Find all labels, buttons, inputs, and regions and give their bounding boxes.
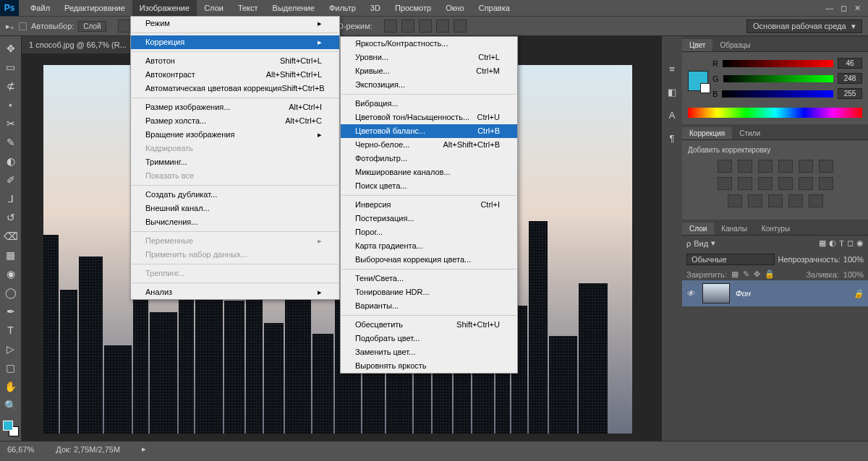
adjustment-icon[interactable] [819, 160, 833, 173]
menu-окно[interactable]: Окно [438, 0, 472, 16]
align-icon[interactable] [118, 20, 131, 33]
adjustment-icon[interactable] [728, 194, 742, 207]
tab-styles[interactable]: Стили [732, 127, 767, 139]
maximize-icon[interactable]: ◻ [841, 4, 847, 13]
zoom-value[interactable]: 66,67% [7, 445, 34, 454]
tab-color[interactable]: Цвет [682, 39, 712, 51]
tab-paths[interactable]: Контуры [754, 223, 797, 235]
history-tool-icon[interactable]: ↺ [3, 210, 19, 225]
menu-текст[interactable]: Текст [231, 0, 265, 16]
b-value[interactable]: 255 [838, 88, 862, 99]
menu-item[interactable]: Тени/Света... [341, 272, 517, 285]
menu-item[interactable]: Размер холста...Alt+Ctrl+C [131, 114, 339, 128]
menu-item[interactable]: Карта градиента... [341, 239, 517, 253]
menu-item[interactable]: АвтоконтрастAlt+Shift+Ctrl+L [131, 68, 339, 82]
dodge-tool-icon[interactable]: ◯ [3, 285, 19, 301]
menu-изображение[interactable]: Изображение [132, 0, 197, 16]
lock-icon[interactable]: ▦ [731, 270, 739, 279]
menu-item[interactable]: АвтотонShift+Ctrl+L [131, 54, 339, 68]
blur-tool-icon[interactable]: ◉ [3, 266, 19, 282]
menu-редактирование[interactable]: Редактирование [57, 0, 132, 16]
adjustment-icon[interactable] [778, 177, 793, 190]
menu-item[interactable]: Цветовой тон/Насыщенность...Ctrl+U [341, 111, 517, 124]
adjustment-icon[interactable] [738, 177, 752, 190]
b-slider[interactable] [722, 90, 833, 98]
3d-icon[interactable] [384, 20, 397, 33]
shape-tool-icon[interactable]: ▢ [3, 360, 19, 376]
menu-item[interactable]: Тонирование HDR... [341, 285, 517, 299]
character-icon[interactable]: A [665, 108, 678, 121]
menu-item[interactable]: ОбесцветитьShift+Ctrl+U [341, 318, 517, 332]
blend-mode-dropdown[interactable]: Обычные [686, 254, 775, 265]
adjustment-icon[interactable] [758, 160, 773, 173]
eraser-tool-icon[interactable]: ⌫ [3, 228, 19, 244]
layer-thumbnail[interactable] [702, 283, 730, 303]
path-tool-icon[interactable]: ▷ [3, 341, 19, 357]
adjustment-icon[interactable] [718, 177, 732, 190]
menu-item[interactable]: Экспозиция... [341, 78, 517, 92]
g-slider[interactable] [723, 75, 833, 82]
tab-adjustments[interactable]: Коррекция [682, 127, 732, 139]
hand-tool-icon[interactable]: ✋ [3, 379, 19, 395]
menu-3d[interactable]: 3D [363, 0, 388, 16]
eyedropper-tool-icon[interactable]: ✎ [3, 134, 19, 150]
heal-tool-icon[interactable]: ◐ [3, 153, 19, 169]
menu-item[interactable]: Автоматическая цветовая коррекцияShift+C… [131, 82, 339, 95]
adjustment-icon[interactable] [768, 194, 783, 207]
menu-item[interactable]: ИнверсияCtrl+I [341, 198, 517, 212]
menu-фильтр[interactable]: Фильтр [322, 0, 363, 16]
history-icon[interactable]: ≡ [665, 62, 678, 75]
adjustment-icon[interactable] [809, 194, 823, 207]
pen-tool-icon[interactable]: ✒ [3, 303, 19, 319]
wand-tool-icon[interactable]: ⋆ [3, 97, 19, 113]
menu-item[interactable]: Поиск цвета... [341, 179, 517, 193]
menu-item[interactable]: Варианты... [341, 299, 517, 313]
filter-icon[interactable]: T [839, 239, 844, 248]
r-slider[interactable] [723, 60, 833, 67]
properties-icon[interactable]: ◧ [665, 85, 678, 98]
menu-item[interactable]: Фотофильтр... [341, 152, 517, 165]
lock-icon[interactable]: 🔒 [765, 270, 775, 279]
spectrum-bar[interactable] [688, 108, 862, 118]
visibility-icon[interactable]: 👁 [686, 289, 697, 298]
menu-item[interactable]: Яркость/Контрастность... [341, 37, 517, 51]
menu-item[interactable]: Микширование каналов... [341, 165, 517, 179]
menu-item[interactable]: Вычисления... [131, 215, 339, 229]
menu-файл[interactable]: Файл [23, 0, 57, 16]
autoselect-checkbox[interactable] [19, 22, 27, 30]
filter-icon[interactable]: ◉ [856, 238, 864, 248]
menu-item[interactable]: Анализ▸ [131, 285, 339, 299]
marquee-tool-icon[interactable]: ▭ [3, 59, 19, 75]
brush-tool-icon[interactable]: ✐ [3, 172, 19, 188]
lock-icon[interactable]: ✥ [754, 270, 760, 279]
type-tool-icon[interactable]: T [3, 322, 19, 338]
3d-icon[interactable] [401, 20, 414, 33]
r-value[interactable]: 46 [838, 58, 862, 69]
lock-icon[interactable]: ✎ [743, 270, 749, 279]
menu-item[interactable]: Постеризация... [341, 212, 517, 225]
menu-item[interactable]: Порог... [341, 225, 517, 239]
menu-item[interactable]: Черно-белое...Alt+Shift+Ctrl+B [341, 138, 517, 152]
adjustment-icon[interactable] [738, 160, 752, 173]
adjustment-icon[interactable] [799, 160, 813, 173]
gradient-tool-icon[interactable]: ▦ [3, 247, 19, 263]
menu-item[interactable]: Вращение изображения▸ [131, 128, 339, 142]
paragraph-icon[interactable]: ¶ [665, 132, 678, 145]
menu-item[interactable]: Режим▸ [131, 17, 339, 30]
layer-row[interactable]: 👁 Фон 🔒 [682, 280, 868, 306]
menu-item[interactable]: Вибрация... [341, 97, 517, 111]
autoselect-dropdown[interactable]: Слой [78, 21, 106, 32]
menu-item[interactable]: Цветовой баланс...Ctrl+B [341, 124, 517, 138]
zoom-tool-icon[interactable]: 🔍 [3, 397, 19, 413]
filter-icon[interactable]: ▦ [819, 238, 826, 248]
menu-item[interactable]: Коррекция▸ [131, 35, 339, 49]
adjustment-icon[interactable] [788, 194, 803, 207]
crop-tool-icon[interactable]: ✂ [3, 116, 19, 132]
document-tab[interactable]: 1 способ.jpg @ 66,7% (R... [22, 36, 137, 53]
move-tool-icon[interactable]: ▸₊ [6, 22, 14, 31]
menu-item[interactable]: Заменить цвет... [341, 345, 517, 359]
lasso-tool-icon[interactable]: ⊄ [3, 78, 19, 94]
menu-просмотр[interactable]: Просмотр [388, 0, 438, 16]
menu-item[interactable]: Выровнять яркость [341, 359, 517, 373]
menu-item[interactable]: Кривые...Ctrl+M [341, 64, 517, 78]
